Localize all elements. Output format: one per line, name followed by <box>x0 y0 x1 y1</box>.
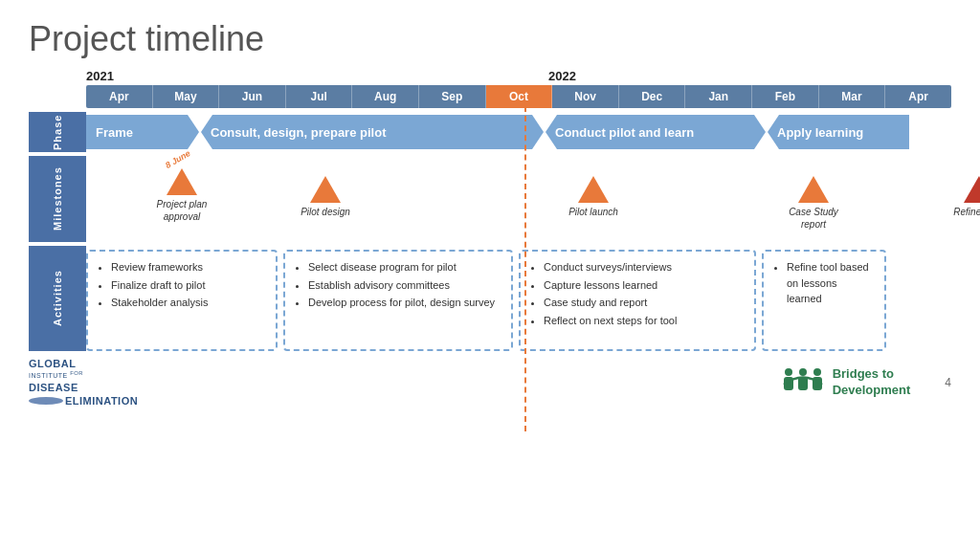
milestones-row: Milestones 8 June Project planapproval <box>29 156 951 242</box>
phase-label: Phase <box>29 112 86 152</box>
bridges-logo: Bridges to Development <box>779 365 911 400</box>
logo-disease: DISEASE <box>29 381 138 394</box>
logo-global: GLOBAL <box>29 357 138 370</box>
timeline: 2021 2022 Apr May Jun Jul Aug Sep Oct No… <box>29 69 951 351</box>
bridges-text: Bridges to Development <box>833 366 911 399</box>
milestone-1-label: Project planapproval <box>157 198 208 223</box>
milestone-2: Pilot design <box>287 161 364 218</box>
month-apr-2: Apr <box>885 85 951 108</box>
milestone-3-label: Pilot launch <box>568 206 618 218</box>
footer: GLOBAL INSTITUTE FOR DISEASE ELIMINATION <box>29 357 951 408</box>
act2-item1: Select disease program for pilot <box>308 259 501 276</box>
milestone-2-triangle <box>310 176 341 203</box>
svg-point-4 <box>813 368 821 376</box>
activity-box-3: Conduct surveys/interviews Capture lesso… <box>519 250 756 351</box>
act1-item1: Review frameworks <box>111 259 266 276</box>
month-dec: Dec <box>619 85 686 108</box>
phase-conduct: Conduct pilot and learn <box>546 115 766 149</box>
phase-content: Frame Consult, design, prepare pilot Con… <box>86 112 951 152</box>
act1-item3: Stakeholder analysis <box>111 295 266 311</box>
month-oct: Oct <box>486 85 553 108</box>
milestone-3-triangle <box>578 176 609 203</box>
act3-item3: Case study and report <box>544 295 745 311</box>
month-mar: Mar <box>819 85 886 108</box>
act3-item1: Conduct surveys/interviews <box>544 259 745 276</box>
month-aug: Aug <box>352 85 419 108</box>
svg-point-2 <box>799 368 807 376</box>
phase-consult: Consult, design, prepare pilot <box>201 115 544 149</box>
svg-point-0 <box>785 368 792 376</box>
act1-item2: Finalize draft to pilot <box>111 277 266 294</box>
milestone-5: Refined tool <box>941 161 980 218</box>
activities-label: Activities <box>29 246 86 351</box>
month-jan: Jan <box>685 85 752 108</box>
logo-institute: INSTITUTE FOR <box>29 370 138 380</box>
right-footer: Bridges to Development 4 <box>779 365 951 400</box>
act2-item3: Develop process for pilot, design survey <box>308 295 501 311</box>
logo-gide: GLOBAL INSTITUTE FOR DISEASE ELIMINATION <box>29 357 138 408</box>
activities-area: Review frameworks Finalize draft to pilo… <box>86 246 951 351</box>
months-row: Apr May Jun Jul Aug Sep Oct Nov Dec Jan … <box>86 85 951 108</box>
milestone-2-label: Pilot design <box>301 206 350 218</box>
activity-box-2: Select disease program for pilot Establi… <box>283 250 513 351</box>
milestone-5-label: Refined tool <box>953 206 980 218</box>
page: Project timeline 2021 2022 Apr May Jun J… <box>0 0 980 551</box>
page-number: 4 <box>945 376 951 389</box>
milestone-1: 8 June Project planapproval <box>144 161 220 223</box>
years-row: 2021 2022 <box>86 69 951 83</box>
month-apr-1: Apr <box>86 85 153 108</box>
act4-item1: Refine tool based on lessons learned <box>787 259 875 307</box>
act3-item4: Reflect on next steps for tool <box>544 313 745 329</box>
year-2021: 2021 <box>86 69 548 83</box>
milestone-5-triangle <box>964 176 980 203</box>
disease-oval-icon <box>29 397 63 405</box>
milestones-content: 8 June Project planapproval Pilot design <box>86 156 951 242</box>
month-sep: Sep <box>419 85 486 108</box>
milestones-label: Milestones <box>29 156 86 242</box>
month-jul: Jul <box>286 85 353 108</box>
milestone-4-triangle <box>798 176 829 203</box>
act3-item2: Capture lessons learned <box>544 277 745 294</box>
milestone-1-triangle <box>167 168 197 195</box>
phase-row: Phase Frame Consult, design, prepare pil… <box>29 112 951 152</box>
month-nov: Nov <box>552 85 619 108</box>
activity-box-4: Refine tool based on lessons learned <box>762 250 886 351</box>
year-2022: 2022 <box>548 69 951 83</box>
milestone-3: Pilot launch <box>555 161 632 218</box>
month-feb: Feb <box>752 85 819 108</box>
activity-box-1: Review frameworks Finalize draft to pilo… <box>86 250 278 351</box>
milestone-4-label: Case Study report <box>775 206 852 231</box>
phase-apply: Apply learning <box>768 115 909 149</box>
activities-content-wrap: Review frameworks Finalize draft to pilo… <box>86 246 951 351</box>
milestones-area: 8 June Project planapproval Pilot design <box>86 156 951 242</box>
month-may: May <box>153 85 220 108</box>
activities-row: Activities Review frameworks Finalize dr… <box>29 246 951 351</box>
logo-elimination: ELIMINATION <box>65 394 138 408</box>
bridges-people-icon <box>779 365 827 400</box>
month-jun: Jun <box>219 85 286 108</box>
svg-rect-3 <box>798 377 808 390</box>
phase-frame: Frame <box>86 115 199 149</box>
milestone-4: Case Study report <box>775 161 852 231</box>
act2-item2: Establish advisory committees <box>308 277 501 294</box>
page-title: Project timeline <box>29 19 951 59</box>
